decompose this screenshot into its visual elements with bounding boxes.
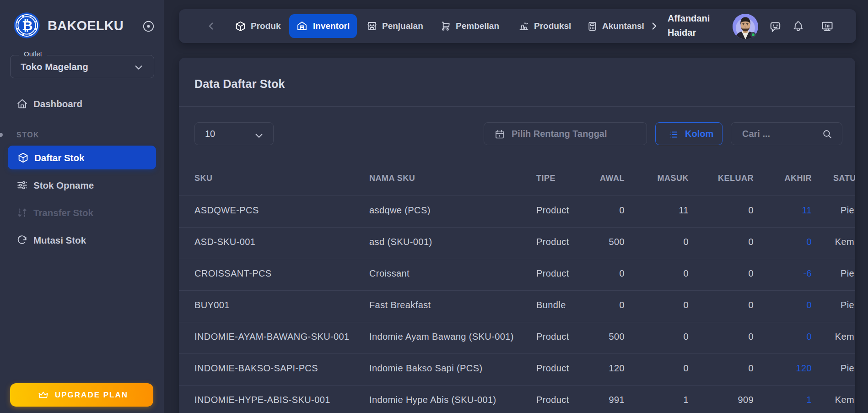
svg-text:₿: ₿ [22, 18, 33, 33]
